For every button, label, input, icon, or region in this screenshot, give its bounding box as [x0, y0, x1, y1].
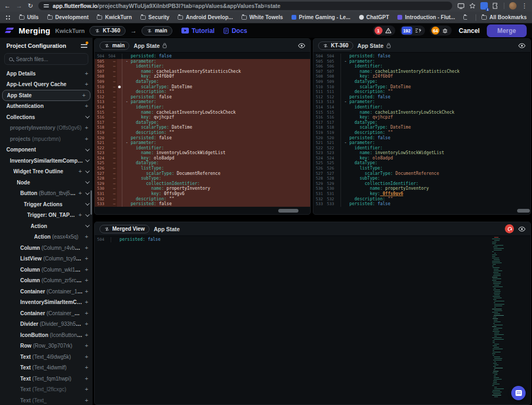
add-icon[interactable]: + [85, 310, 88, 316]
sidebar-item-node[interactable]: Node [0, 177, 93, 188]
code-diff-main[interactable]: 504504 persisted: false505–- parameter:5… [95, 53, 310, 207]
add-icon[interactable]: + [85, 136, 88, 142]
bookmark-item[interactable]: White Towels [242, 14, 283, 20]
bookmark-item[interactable]: Security [140, 14, 169, 20]
add-icon[interactable]: + [85, 354, 88, 360]
chevron-down-icon[interactable] [85, 114, 89, 119]
bookmark-item[interactable]: Development [47, 14, 89, 20]
chat-support-button[interactable] [511, 386, 526, 400]
sidebar-item-app-details[interactable]: App Details+ [0, 68, 93, 79]
code-minimap[interactable] [492, 237, 507, 398]
sidebar-item-app-state[interactable]: App State+ [2, 90, 90, 101]
target-branch-pill[interactable]: main [142, 26, 172, 36]
add-icon[interactable]: + [85, 365, 88, 370]
chevron-down-icon[interactable] [85, 201, 89, 206]
sidebar-item-widget-tree-outline[interactable]: Widget Tree Outline+ [0, 166, 93, 178]
filter-settings-icon[interactable] [81, 43, 87, 48]
sidebar-item-propertyinventory[interactable]: propertyInventory (Offs0gv6)+ [0, 123, 93, 134]
all-bookmarks[interactable]: All Bookmarks [481, 14, 527, 20]
search-input[interactable] [16, 56, 84, 62]
address-bar[interactable]: app.flutterflow.io/project/hayWTuUja9XiI… [38, 2, 452, 10]
revert-button[interactable] [505, 224, 514, 233]
eye-icon[interactable] [298, 43, 305, 48]
sidebar-item-button[interactable]: Button (Button_tbvj5v9f)+ [0, 188, 93, 199]
forward-icon[interactable]: → [16, 3, 22, 9]
add-icon[interactable]: + [85, 343, 88, 349]
bookmark-item[interactable]: Introduction - Flut... [397, 14, 455, 20]
horizontal-scrollbar[interactable] [517, 209, 530, 213]
merged-view-pill[interactable]: Merged View [99, 225, 149, 233]
eye-icon[interactable] [518, 43, 526, 48]
profile-avatar[interactable] [509, 2, 517, 10]
flutterflow-logo-icon[interactable] [5, 27, 14, 35]
actions-badge[interactable]: 192 [400, 26, 425, 36]
bookmark-item[interactable]: Utils [19, 14, 39, 20]
cancel-button[interactable]: Cancel [459, 27, 479, 35]
kt360-branch-pill[interactable]: KT-360 [318, 41, 353, 50]
docs-link[interactable]: Docs [223, 27, 247, 35]
sidebar-item-trigger-actions[interactable]: Trigger Actions [0, 199, 93, 210]
chevron-down-icon[interactable] [85, 147, 89, 151]
add-icon[interactable]: + [85, 386, 88, 392]
eye-icon[interactable] [518, 226, 526, 232]
sidebar-item-text[interactable]: Text (Text_+ [0, 395, 93, 405]
sidebar-item-action[interactable]: Action [0, 221, 93, 232]
sidebar-item-container[interactable]: Container (Container_1l883ro8)+ [0, 286, 93, 297]
warnings-badge[interactable]: 1 [373, 26, 395, 36]
sidebar-item-trigger-on-tap[interactable]: Trigger: ON_TAP (ON_TA...+ [0, 210, 93, 221]
code-merged-view[interactable]: 504 persisted: false [95, 236, 530, 242]
sidebar-item-container[interactable]: Container (Container_mfe3fh78)+ [0, 308, 93, 319]
add-icon[interactable]: + [85, 103, 88, 109]
bugs-badge[interactable]: 64 [430, 26, 452, 36]
bookmark-item[interactable]: Training [463, 14, 467, 20]
apps-grid-icon[interactable] [5, 15, 11, 20]
bookmark-item[interactable]: Prime Gaming - Le... [292, 14, 351, 20]
sidebar-item-component[interactable]: Component [0, 145, 93, 156]
bookmark-item[interactable]: KwickTurn [97, 14, 131, 20]
tutorial-link[interactable]: Tutorial [181, 27, 214, 35]
sidebar-item-divider[interactable]: Divider (Divider_933h5wx1)+ [0, 319, 93, 330]
sidebar-item-text[interactable]: Text (Text_4idwmlf)+ [0, 362, 93, 374]
add-icon[interactable]: + [85, 277, 88, 283]
sidebar-item-collections[interactable]: Collections [0, 112, 93, 123]
bookmark-item[interactable]: Android Develop... [178, 14, 232, 20]
add-icon[interactable]: + [85, 256, 88, 261]
sidebar-item-authentication[interactable]: Authentication+ [0, 101, 93, 112]
chrome-menu-icon[interactable]: ⋮ [521, 3, 528, 9]
horizontal-scrollbar[interactable] [278, 209, 298, 213]
add-icon[interactable]: + [85, 267, 88, 273]
add-icon[interactable]: + [85, 81, 88, 87]
search-box[interactable] [4, 53, 88, 65]
sidebar-item-action[interactable]: Action (easx4x5q)+ [0, 232, 93, 243]
sidebar-item-column[interactable]: Column (Column_wkl1z9u1)+ [0, 264, 93, 275]
sidebar-item-inventorysimilaritemcomponent[interactable]: InventorySimilarItemComponent (C... [0, 155, 93, 166]
extensions-puzzle-icon[interactable] [493, 3, 499, 9]
chevron-down-icon[interactable] [85, 168, 89, 173]
sidebar-item-iconbutton[interactable]: IconButton (IconButton_q5svg7z3)+ [0, 330, 93, 341]
sidebar-item-inventorysimilaritemcomponent[interactable]: InventorySimilarItemComponent (I...+ [0, 297, 93, 308]
chevron-down-icon[interactable] [85, 212, 89, 216]
main-branch-pill[interactable]: main [99, 41, 129, 50]
hint-bulb-icon[interactable] [118, 86, 121, 88]
sidebar-item-row[interactable]: Row (Row_30p707rk)+ [0, 341, 93, 352]
back-icon[interactable]: ← [4, 3, 11, 9]
add-icon[interactable]: + [85, 71, 88, 77]
add-icon[interactable]: + [79, 168, 82, 174]
sidebar-item-text[interactable]: Text (Text_fqm1hwpi)+ [0, 373, 93, 384]
sidebar-item-listview[interactable]: ListView (Column_tcy96gb2)+ [0, 254, 93, 265]
reload-icon[interactable]: ↻ [28, 3, 33, 9]
chevron-down-icon[interactable] [85, 158, 89, 162]
chevron-down-icon[interactable] [85, 190, 89, 195]
source-branch-pill[interactable]: KT-360 [89, 26, 126, 36]
add-icon[interactable]: + [85, 376, 88, 382]
add-icon[interactable]: + [85, 299, 88, 305]
sidebar-item-column[interactable]: Column (Column_r4vbuzdw)+ [0, 242, 93, 254]
site-settings-icon[interactable] [44, 3, 49, 9]
send-to-device-icon[interactable] [458, 3, 464, 9]
add-icon[interactable]: + [79, 190, 82, 196]
sidebar-scrollbar[interactable] [90, 190, 92, 215]
add-icon[interactable]: + [85, 234, 88, 240]
extension-icon[interactable]: 1 [480, 2, 488, 10]
add-icon[interactable]: + [85, 289, 88, 294]
add-icon[interactable]: + [85, 125, 88, 131]
